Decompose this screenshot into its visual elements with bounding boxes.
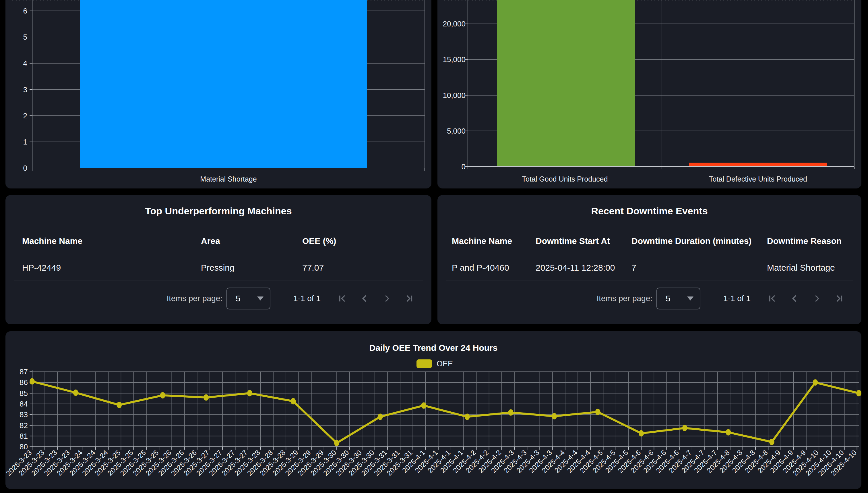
last-page-button[interactable] xyxy=(404,293,415,304)
axis-label: 10,000 xyxy=(442,91,465,100)
axis-label: 20,000 xyxy=(442,20,465,28)
oee-point-2025-4-7[interactable] xyxy=(682,425,687,431)
items-per-page-label: Items per page: xyxy=(166,294,223,303)
axis-label: 82 xyxy=(20,421,28,430)
page-title-underperforming: Top Underperforming Machines xyxy=(5,206,431,217)
previous-page-button[interactable] xyxy=(359,293,370,304)
paginator-buttons xyxy=(337,293,415,304)
axis-label: 2 xyxy=(23,111,27,120)
select-caret-icon xyxy=(257,297,264,301)
oee-point-2025-3-23[interactable] xyxy=(29,378,35,385)
oee-point-2025-4-5[interactable] xyxy=(595,409,600,415)
cell-downtime-duration: 7 xyxy=(632,263,767,273)
table-row: P and P-40460 2025-04-11 12:28:00 7 Mate… xyxy=(437,261,861,274)
oee-point-2025-4-1[interactable] xyxy=(421,402,426,409)
category-label: Material Shortage xyxy=(200,175,257,183)
oee-point-2025-4-3[interactable] xyxy=(508,409,513,416)
cell-machine-name: HP-42449 xyxy=(22,263,201,273)
panel-downtime-by-reason-chart: 0123456Material Shortage xyxy=(5,0,431,189)
paginator: Items per page: 5 1-1 of 1 xyxy=(166,286,415,310)
axis-label: 5 xyxy=(23,33,27,41)
last-page-button[interactable] xyxy=(834,293,845,304)
first-page-icon xyxy=(337,293,348,304)
oee-point-2025-3-27[interactable] xyxy=(204,394,209,401)
paginator-divider xyxy=(446,280,853,280)
oee-point-2025-3-26[interactable] xyxy=(160,392,165,399)
paginator-buttons xyxy=(767,293,845,304)
bar-total-good-units[interactable] xyxy=(497,0,635,167)
oee-point-2025-4-10[interactable] xyxy=(813,379,818,386)
cell-oee: 77.07 xyxy=(302,263,423,273)
chevron-left-icon xyxy=(359,293,370,304)
items-per-page-select[interactable]: 5 xyxy=(227,287,270,309)
oee-point-2025-3-29[interactable] xyxy=(291,398,296,405)
paginator: Items per page: 5 1-1 of 1 xyxy=(596,286,845,310)
category-label: Total Defective Units Produced xyxy=(709,175,807,183)
first-page-button[interactable] xyxy=(767,293,778,304)
legend-swatch-oee[interactable] xyxy=(416,359,432,368)
page-range-label: 1-1 of 1 xyxy=(723,294,751,303)
daily-oee-trend-line-chart: Daily OEE Trend Over 24 HoursOEE80818283… xyxy=(5,331,861,489)
oee-point-2025-4-4[interactable] xyxy=(552,413,557,420)
page-range-label: 1-1 of 1 xyxy=(293,294,321,303)
oee-point-2025-4-11[interactable] xyxy=(856,390,861,396)
column-header: Downtime Duration (minutes) xyxy=(632,236,767,246)
last-page-icon xyxy=(404,293,415,304)
oee-point-2025-4-2[interactable] xyxy=(465,414,470,420)
page-title-downtime-events: Recent Downtime Events xyxy=(437,206,861,217)
chevron-right-icon xyxy=(812,293,822,304)
oee-point-2025-4-9[interactable] xyxy=(769,439,774,445)
panel-daily-oee-trend: Daily OEE Trend Over 24 HoursOEE80818283… xyxy=(5,331,861,489)
axis-label: 85 xyxy=(20,389,28,398)
production-units-bar-chart: 05,00010,00015,00020,000Total Good Units… xyxy=(437,0,861,189)
oee-trend-line xyxy=(32,382,859,443)
axis-label: 1 xyxy=(23,137,27,146)
next-page-button[interactable] xyxy=(812,293,822,304)
last-page-icon xyxy=(834,293,845,304)
oee-point-2025-3-25[interactable] xyxy=(117,402,122,408)
items-per-page-label: Items per page: xyxy=(596,294,653,303)
panel-top-underperforming-machines: Top Underperforming Machines Machine Nam… xyxy=(5,195,431,324)
cell-downtime-start: 2025-04-11 12:28:00 xyxy=(535,263,632,273)
axis-label: 3 xyxy=(23,85,27,94)
table-header-row: Machine Name Area OEE (%) xyxy=(5,235,431,248)
items-per-page-select[interactable]: 5 xyxy=(657,287,700,309)
axis-label: 4 xyxy=(23,59,27,67)
downtime-by-reason-bar-chart: 0123456Material Shortage xyxy=(5,0,431,189)
previous-page-button[interactable] xyxy=(789,293,800,304)
panel-recent-downtime-events: Recent Downtime Events Machine Name Down… xyxy=(437,195,861,324)
bar-total-defective-units[interactable] xyxy=(689,163,827,167)
axis-label: 0 xyxy=(461,162,465,171)
cell-machine-name: P and P-40460 xyxy=(452,263,535,273)
category-label: Total Good Units Produced xyxy=(522,175,608,183)
chevron-right-icon xyxy=(382,293,392,304)
axis-label: 84 xyxy=(20,400,28,408)
column-header: OEE (%) xyxy=(302,236,423,246)
chevron-left-icon xyxy=(789,293,800,304)
paginator-divider xyxy=(14,280,423,280)
axis-label: 5,000 xyxy=(447,127,465,135)
oee-point-2025-3-30[interactable] xyxy=(334,440,339,446)
axis-label: 86 xyxy=(20,378,28,387)
oee-point-2025-4-6[interactable] xyxy=(639,430,644,436)
first-page-button[interactable] xyxy=(337,293,348,304)
panel-production-units-chart: 05,00010,00015,00020,000Total Good Units… xyxy=(437,0,861,189)
axis-label: 81 xyxy=(20,432,28,441)
oee-point-2025-3-24[interactable] xyxy=(73,390,78,396)
axis-label: 6 xyxy=(23,7,27,15)
cell-area: Pressing xyxy=(201,263,302,273)
bar-material-shortage[interactable] xyxy=(80,0,367,168)
next-page-button[interactable] xyxy=(382,293,392,304)
oee-point-2025-4-8[interactable] xyxy=(726,429,731,435)
column-header: Machine Name xyxy=(22,236,201,246)
table-header-row: Machine Name Downtime Start At Downtime … xyxy=(437,235,861,248)
axis-label: 87 xyxy=(20,367,28,376)
legend-label: OEE xyxy=(437,359,453,368)
page-size-value: 5 xyxy=(236,294,241,303)
column-header: Downtime Reason xyxy=(767,236,853,246)
oee-point-2025-3-31[interactable] xyxy=(378,414,383,420)
column-header: Downtime Start At xyxy=(535,236,632,246)
column-header: Area xyxy=(201,236,302,246)
axis-label: 0 xyxy=(23,164,27,172)
oee-point-2025-3-28[interactable] xyxy=(247,390,252,396)
